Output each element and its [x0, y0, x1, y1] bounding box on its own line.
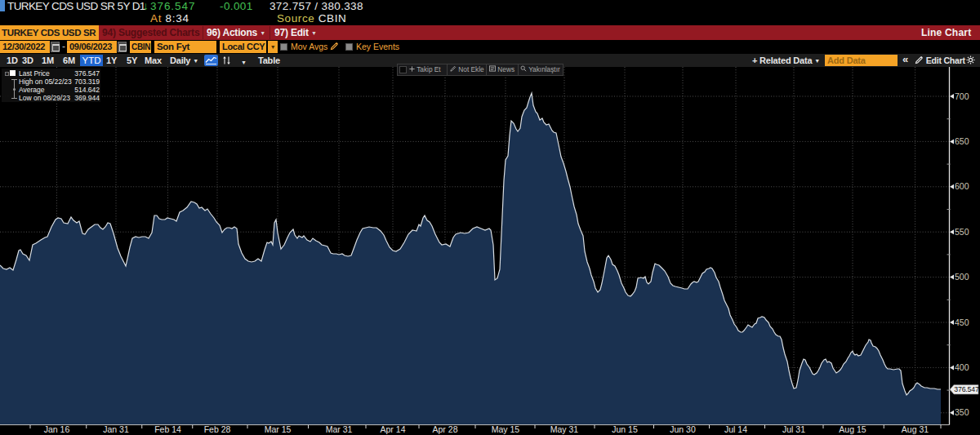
svg-text:376.547: 376.547	[954, 385, 979, 393]
svg-text:Apr 28: Apr 28	[433, 424, 458, 434]
svg-text:400: 400	[955, 362, 969, 372]
svg-text:Apr 14: Apr 14	[381, 424, 406, 434]
svg-text:Jul 31: Jul 31	[782, 424, 805, 434]
svg-text:650: 650	[955, 136, 969, 146]
svg-text:600: 600	[955, 181, 969, 191]
svg-text:Mar 15: Mar 15	[265, 424, 292, 434]
svg-text:Mar 31: Mar 31	[326, 424, 353, 434]
svg-text:May 31: May 31	[550, 424, 579, 434]
svg-text:Jun 30: Jun 30	[670, 424, 696, 434]
svg-text:550: 550	[955, 227, 969, 237]
svg-text:500: 500	[955, 272, 969, 282]
svg-text:May 15: May 15	[492, 424, 520, 434]
svg-text:450: 450	[955, 317, 969, 327]
svg-text:Jul 14: Jul 14	[724, 424, 747, 434]
svg-text:Aug 31: Aug 31	[902, 424, 929, 434]
svg-text:Aug 15: Aug 15	[839, 424, 866, 434]
svg-text:Jan 16: Jan 16	[44, 424, 70, 434]
svg-text:Jun 15: Jun 15	[612, 424, 638, 434]
svg-text:Feb 28: Feb 28	[204, 424, 231, 434]
svg-text:Jan 31: Jan 31	[103, 424, 129, 434]
svg-text:350: 350	[955, 407, 969, 417]
svg-text:Feb 14: Feb 14	[154, 424, 181, 434]
svg-text:700: 700	[955, 91, 969, 101]
